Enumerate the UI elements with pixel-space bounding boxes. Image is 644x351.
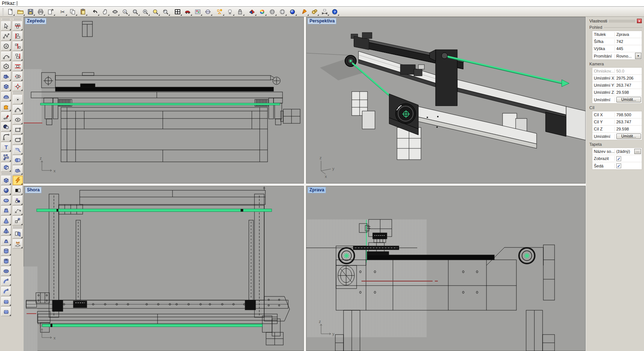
viewport-label-top[interactable]: Shora (25, 187, 42, 193)
align-left-icon[interactable] (12, 41, 23, 51)
split-icon[interactable] (12, 185, 23, 195)
selected-rail-top-1[interactable] (37, 209, 272, 212)
solid-torus-icon[interactable] (1, 266, 12, 276)
viewport-label-perspective[interactable]: Perspektiva (308, 18, 336, 24)
perspective-view-canvas[interactable]: z y x (306, 17, 586, 184)
place-button[interactable]: Umístit... (616, 133, 641, 139)
solid-pipe-icon[interactable] (1, 276, 12, 286)
viewport-perspective[interactable]: Perspektiva (306, 17, 586, 184)
osnap-icon[interactable] (215, 7, 225, 16)
box-surface-icon[interactable] (1, 81, 12, 92)
selected-rail-right[interactable] (448, 56, 564, 83)
blast-lightning-icon[interactable] (12, 175, 23, 185)
viewport-right[interactable]: Zprava (306, 186, 586, 351)
solid-tube-icon[interactable] (1, 256, 12, 266)
align-centers-icon[interactable] (12, 71, 23, 81)
property-value[interactable]: Zprava (615, 32, 642, 37)
pan-icon[interactable] (100, 7, 110, 16)
revolve-icon[interactable] (1, 92, 12, 102)
boolean-union-icon[interactable] (12, 155, 23, 165)
solid-pyramid-icon[interactable] (1, 226, 12, 236)
section-icon[interactable] (203, 7, 213, 16)
print-icon[interactable] (36, 7, 46, 16)
distribute-horizontal-icon[interactable] (12, 61, 23, 71)
right-view-canvas[interactable]: z y (306, 186, 586, 351)
align-objects-icon[interactable] (12, 21, 23, 31)
help-icon[interactable]: ? (330, 7, 340, 16)
selected-rail-front[interactable] (40, 103, 280, 105)
ellipse-icon[interactable] (12, 115, 23, 125)
cplane-wedge-icon[interactable] (247, 7, 257, 16)
lock-icon[interactable] (235, 7, 245, 16)
align-vertical-icon[interactable] (12, 51, 23, 61)
render-icon[interactable] (287, 7, 297, 16)
property-value[interactable]: 29.598 (615, 90, 642, 95)
control-point-curve-icon[interactable] (1, 31, 12, 41)
browse-button[interactable]: ... (634, 149, 641, 154)
zoom-window-icon[interactable] (130, 7, 140, 16)
circle-icon[interactable] (1, 41, 12, 51)
property-value[interactable]: 50.0 (615, 69, 642, 73)
checkbox-zobrazit[interactable]: ✓ (616, 156, 621, 161)
place-button[interactable]: Umístit... (616, 97, 641, 102)
property-value[interactable]: Rovno... (615, 54, 635, 58)
property-value[interactable]: 2975.206 (615, 76, 642, 80)
rotate-view-icon[interactable] (110, 7, 120, 16)
property-value[interactable]: 263.747 (615, 120, 642, 124)
paste-icon[interactable] (78, 7, 88, 16)
toolbar-grip[interactable] (13, 18, 22, 20)
rectangle-icon[interactable] (12, 125, 23, 135)
options-gears-icon[interactable] (309, 7, 320, 16)
solid-pipe-cap-icon[interactable] (1, 286, 12, 296)
map-icon[interactable] (193, 7, 203, 16)
undo-icon[interactable] (90, 7, 100, 16)
solid-cone-icon[interactable] (1, 216, 12, 226)
shaded-view-icon[interactable] (267, 7, 277, 16)
solid-slab-icon[interactable] (1, 296, 12, 307)
property-value[interactable]: 29.598 (615, 127, 642, 131)
mirror-icon[interactable] (12, 229, 23, 239)
align-crosshair-icon[interactable] (12, 81, 23, 92)
undo-view-icon[interactable] (161, 7, 171, 16)
property-value[interactable]: 742 (615, 39, 642, 44)
property-value[interactable]: 798.500 (615, 113, 642, 117)
text-icon[interactable]: T (1, 142, 12, 152)
color-wheel-icon[interactable] (257, 7, 267, 16)
property-value[interactable]: (žádný) (615, 149, 634, 154)
lamp-icon[interactable] (225, 7, 235, 16)
solid-ellipsoid-icon[interactable] (1, 195, 12, 206)
property-value[interactable]: 445 (615, 46, 642, 51)
four-viewports-icon[interactable] (173, 7, 183, 16)
property-value[interactable]: 263.747 (615, 83, 642, 87)
trim-knife-icon[interactable] (1, 112, 12, 122)
selected-rail-top-2[interactable] (52, 324, 262, 327)
panel-close-button[interactable]: x (637, 19, 642, 23)
extrude-icon[interactable] (1, 162, 12, 172)
top-view-canvas[interactable]: y x (24, 186, 304, 351)
dimension-icon[interactable] (320, 7, 330, 16)
viewport-top[interactable]: Shora (24, 186, 304, 351)
group-circles-icon[interactable] (12, 195, 23, 206)
bearing-wheel-right[interactable] (519, 248, 535, 264)
surface-blend-icon[interactable] (12, 145, 23, 155)
toolbar-grip[interactable] (2, 8, 4, 15)
polygon-icon[interactable] (1, 61, 12, 71)
solid-slab-round-icon[interactable] (1, 307, 12, 317)
solid-cylinder-icon[interactable] (1, 246, 12, 256)
move-scale-icon[interactable] (12, 216, 23, 226)
checkbox-šedá[interactable]: ✓ (616, 163, 621, 168)
solid-sphere-icon[interactable] (1, 185, 12, 195)
surface-points-icon[interactable] (1, 71, 12, 81)
rounded-rectangle-icon[interactable] (12, 135, 23, 145)
panel-drag-handle[interactable] (609, 20, 635, 22)
dropdown-button[interactable]: ▼ (635, 53, 641, 59)
point-icon[interactable] (12, 95, 23, 105)
new-file-icon[interactable] (5, 7, 15, 16)
arc-icon[interactable] (1, 51, 12, 61)
wireframe-view-icon[interactable] (277, 7, 287, 16)
command-bar[interactable]: Příkaz: (0, 0, 644, 7)
array-surface-icon[interactable] (12, 239, 23, 249)
curve-handles-icon[interactable] (12, 105, 23, 115)
viewport-label-right[interactable]: Zprava (308, 187, 326, 193)
zoom-extents-icon[interactable] (140, 7, 150, 16)
